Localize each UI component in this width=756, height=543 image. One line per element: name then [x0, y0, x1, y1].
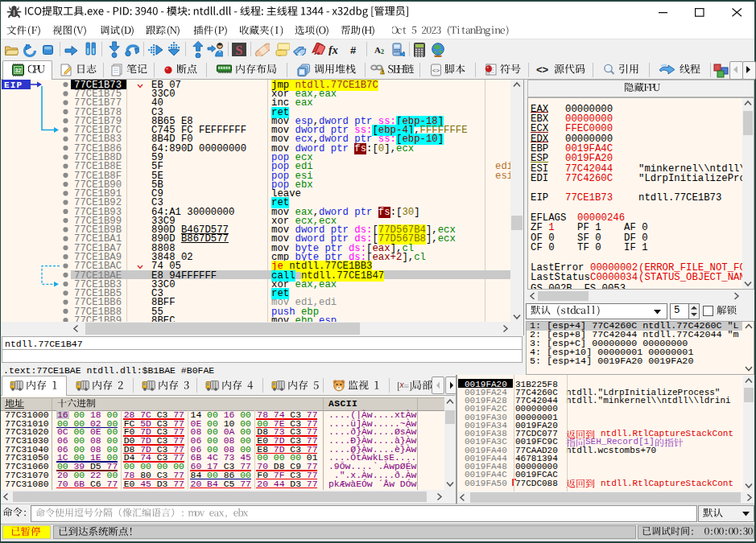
- svg-text:!: !: [382, 69, 383, 75]
- svg-text:<>: <>: [536, 64, 549, 75]
- svg-text:<>: <>: [432, 67, 440, 74]
- svg-text:fx: fx: [328, 44, 338, 56]
- svg-text:A: A: [374, 45, 381, 54]
- svg-text:#: #: [350, 44, 357, 55]
- svg-text:2: 2: [381, 48, 384, 54]
- svg-text:S: S: [236, 43, 243, 57]
- svg-text:32: 32: [15, 68, 22, 73]
